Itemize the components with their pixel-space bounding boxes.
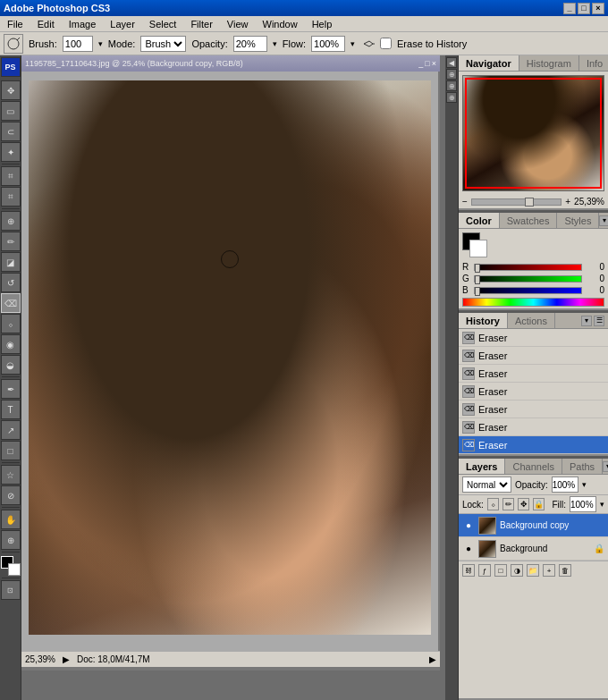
history-item-3[interactable]: ⌫ Eraser	[459, 365, 608, 383]
opacity-arrow[interactable]: ▾	[273, 39, 277, 48]
brush-size-arrow[interactable]: ▾	[98, 39, 103, 48]
panel-expand-bot[interactable]: ⊕	[446, 92, 457, 103]
layer-item-bg[interactable]: ● Background 🔒	[459, 537, 608, 561]
tool-lasso[interactable]: ⊂	[1, 122, 21, 141]
tab-actions[interactable]: Actions	[508, 313, 555, 328]
tool-hand[interactable]: ✋	[1, 510, 21, 529]
navigator-zoom-slider[interactable]	[471, 198, 562, 206]
green-slider[interactable]	[474, 275, 582, 283]
navigator-view-box[interactable]	[465, 78, 602, 189]
tab-navigator[interactable]: Navigator	[459, 55, 519, 71]
fg-bg-preview[interactable]	[462, 232, 487, 257]
close-button[interactable]: ×	[592, 3, 604, 14]
layer-adjustment-btn[interactable]: ◑	[511, 564, 523, 577]
menu-help[interactable]: Help	[308, 18, 336, 30]
history-item-2[interactable]: ⌫ Eraser	[459, 347, 608, 365]
doc-minimize[interactable]: _	[418, 59, 423, 68]
menu-file[interactable]: File	[4, 18, 27, 30]
panel-collapse-btn[interactable]: ◀	[446, 57, 457, 68]
canvas-container[interactable]	[21, 72, 438, 651]
tool-blur[interactable]: ◉	[1, 334, 21, 354]
fill-arrow[interactable]: ▾	[600, 500, 604, 509]
tab-histogram[interactable]: Histogram	[519, 55, 579, 71]
layer-visibility-bg[interactable]: ●	[462, 543, 475, 555]
history-collapse-btn[interactable]: ▾	[581, 316, 592, 326]
flow-input[interactable]	[311, 36, 345, 52]
blue-slider[interactable]	[474, 287, 582, 294]
layer-group-btn[interactable]: 📁	[527, 564, 539, 577]
tool-history-brush[interactable]: ↺	[1, 273, 21, 292]
opacity-input[interactable]	[233, 36, 267, 52]
tool-wand[interactable]: ✦	[1, 142, 21, 162]
tab-swatches[interactable]: Swatches	[500, 213, 558, 228]
menu-filter[interactable]: Filter	[187, 18, 215, 30]
tab-color[interactable]: Color	[459, 213, 500, 228]
airbrush-icon[interactable]	[360, 37, 375, 51]
layer-style-btn[interactable]: ƒ	[478, 564, 491, 577]
green-thumb[interactable]	[475, 275, 480, 284]
title-bar-buttons[interactable]: _ □ ×	[563, 3, 604, 14]
minimize-button[interactable]: _	[563, 3, 576, 14]
tab-channels[interactable]: Channels	[505, 459, 562, 474]
progress-arrow[interactable]: ▶	[429, 654, 436, 664]
tab-layers[interactable]: Layers	[459, 459, 505, 474]
menu-edit[interactable]: Edit	[34, 18, 58, 30]
flow-arrow[interactable]: ▾	[350, 39, 355, 48]
status-icon[interactable]: ▶	[63, 654, 70, 664]
tool-fill[interactable]: ⬦	[1, 314, 21, 333]
photo-canvas[interactable]	[29, 80, 431, 635]
background-color[interactable]	[8, 563, 21, 576]
opacity-input[interactable]	[552, 477, 578, 493]
brush-preset-button[interactable]	[4, 34, 23, 54]
background-color-swatch[interactable]	[469, 240, 487, 257]
lock-position-btn[interactable]: ✥	[518, 498, 529, 510]
red-thumb[interactable]	[475, 264, 480, 273]
history-item-5[interactable]: ⌫ Eraser	[459, 401, 608, 418]
color-boxes[interactable]	[1, 556, 21, 576]
lock-transparent-btn[interactable]: ⬦	[487, 498, 499, 510]
layers-collapse-btn[interactable]: ▾	[603, 461, 608, 472]
tab-styles[interactable]: Styles	[557, 213, 599, 228]
menu-select[interactable]: Select	[146, 18, 181, 30]
history-item-6[interactable]: ⌫ Eraser	[459, 418, 608, 436]
canvas-area[interactable]: 1195785_17110643.jpg @ 25,4% (Background…	[21, 55, 445, 700]
tab-paths[interactable]: Paths	[562, 459, 603, 474]
tab-history[interactable]: History	[459, 313, 508, 328]
mode-select[interactable]: Brush	[140, 36, 186, 52]
zoom-thumb[interactable]	[525, 198, 534, 207]
navigator-preview[interactable]	[462, 75, 604, 191]
tool-move[interactable]: ✥	[1, 80, 21, 100]
tool-path[interactable]: ↗	[1, 420, 21, 440]
lock-pixels-btn[interactable]: ✏	[502, 498, 514, 510]
menu-view[interactable]: View	[224, 18, 252, 30]
zoom-out-icon[interactable]: −	[462, 197, 468, 207]
zoom-in-icon[interactable]: +	[565, 197, 570, 207]
tool-stamp[interactable]: ◪	[1, 252, 21, 272]
tool-type[interactable]: T	[1, 400, 21, 419]
blue-thumb[interactable]	[475, 287, 480, 296]
layer-visibility-bg-copy[interactable]: ●	[462, 519, 475, 532]
doc-maximize[interactable]: □	[425, 59, 429, 68]
tool-dodge[interactable]: ◒	[1, 355, 21, 375]
fill-input[interactable]	[570, 496, 596, 512]
history-menu-btn[interactable]: ☰	[594, 316, 604, 326]
spectrum-bar[interactable]	[462, 298, 604, 307]
screen-mode-button[interactable]: ⊡	[1, 580, 21, 600]
tab-info[interactable]: Info	[579, 55, 608, 71]
layer-link-btn[interactable]: ⛓	[462, 564, 475, 577]
tool-pen[interactable]: ✒	[1, 379, 21, 399]
opacity-arrow[interactable]: ▾	[582, 480, 587, 489]
tool-crop[interactable]: ⌗	[1, 166, 21, 186]
menu-image[interactable]: Image	[65, 18, 100, 30]
red-slider[interactable]	[474, 264, 582, 271]
tool-shape[interactable]: □	[1, 441, 21, 460]
history-item-1[interactable]: ⌫ Eraser	[459, 329, 608, 347]
tool-zoom[interactable]: ⊕	[1, 530, 21, 550]
color-collapse-btn[interactable]: ▾	[599, 215, 608, 226]
brush-size-input[interactable]	[63, 36, 93, 52]
tool-brush[interactable]: ✏	[1, 232, 21, 251]
tool-eraser[interactable]: ⌫	[1, 293, 21, 313]
tool-marquee[interactable]: ▭	[1, 101, 21, 121]
tool-notes[interactable]: ☆	[1, 465, 21, 485]
tool-slice[interactable]: ⌗	[1, 187, 21, 207]
